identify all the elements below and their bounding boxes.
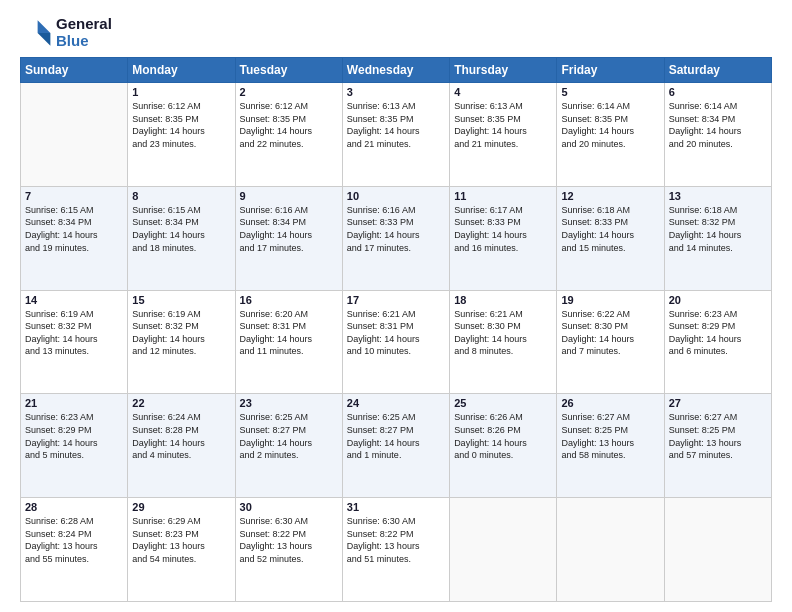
cell-info: Sunrise: 6:13 AM Sunset: 8:35 PM Dayligh… [454,100,552,150]
cell-info: Sunrise: 6:17 AM Sunset: 8:33 PM Dayligh… [454,204,552,254]
calendar-cell: 8Sunrise: 6:15 AM Sunset: 8:34 PM Daylig… [128,186,235,290]
cell-info: Sunrise: 6:14 AM Sunset: 8:34 PM Dayligh… [669,100,767,150]
calendar-cell: 18Sunrise: 6:21 AM Sunset: 8:30 PM Dayli… [450,290,557,394]
day-number: 10 [347,190,445,202]
day-number: 4 [454,86,552,98]
day-number: 29 [132,501,230,513]
calendar-cell [557,498,664,602]
cell-info: Sunrise: 6:15 AM Sunset: 8:34 PM Dayligh… [132,204,230,254]
day-header-tuesday: Tuesday [235,58,342,83]
calendar-row-2: 7Sunrise: 6:15 AM Sunset: 8:34 PM Daylig… [21,186,772,290]
calendar-cell: 6Sunrise: 6:14 AM Sunset: 8:34 PM Daylig… [664,83,771,187]
calendar-cell: 3Sunrise: 6:13 AM Sunset: 8:35 PM Daylig… [342,83,449,187]
day-number: 7 [25,190,123,202]
cell-info: Sunrise: 6:30 AM Sunset: 8:22 PM Dayligh… [240,515,338,565]
cell-info: Sunrise: 6:27 AM Sunset: 8:25 PM Dayligh… [561,411,659,461]
calendar-cell: 20Sunrise: 6:23 AM Sunset: 8:29 PM Dayli… [664,290,771,394]
calendar-cell [664,498,771,602]
calendar-cell [21,83,128,187]
day-number: 23 [240,397,338,409]
cell-info: Sunrise: 6:30 AM Sunset: 8:22 PM Dayligh… [347,515,445,565]
day-number: 31 [347,501,445,513]
calendar-cell: 4Sunrise: 6:13 AM Sunset: 8:35 PM Daylig… [450,83,557,187]
page: General Blue SundayMondayTuesdayWednesda… [0,0,792,612]
day-number: 22 [132,397,230,409]
cell-info: Sunrise: 6:16 AM Sunset: 8:34 PM Dayligh… [240,204,338,254]
calendar-row-3: 14Sunrise: 6:19 AM Sunset: 8:32 PM Dayli… [21,290,772,394]
calendar-cell: 17Sunrise: 6:21 AM Sunset: 8:31 PM Dayli… [342,290,449,394]
cell-info: Sunrise: 6:21 AM Sunset: 8:30 PM Dayligh… [454,308,552,358]
cell-info: Sunrise: 6:14 AM Sunset: 8:35 PM Dayligh… [561,100,659,150]
day-header-sunday: Sunday [21,58,128,83]
calendar-cell: 12Sunrise: 6:18 AM Sunset: 8:33 PM Dayli… [557,186,664,290]
calendar-cell: 14Sunrise: 6:19 AM Sunset: 8:32 PM Dayli… [21,290,128,394]
day-header-saturday: Saturday [664,58,771,83]
cell-info: Sunrise: 6:23 AM Sunset: 8:29 PM Dayligh… [669,308,767,358]
cell-info: Sunrise: 6:15 AM Sunset: 8:34 PM Dayligh… [25,204,123,254]
day-number: 11 [454,190,552,202]
calendar-cell: 21Sunrise: 6:23 AM Sunset: 8:29 PM Dayli… [21,394,128,498]
calendar-cell: 9Sunrise: 6:16 AM Sunset: 8:34 PM Daylig… [235,186,342,290]
cell-info: Sunrise: 6:27 AM Sunset: 8:25 PM Dayligh… [669,411,767,461]
calendar-cell: 10Sunrise: 6:16 AM Sunset: 8:33 PM Dayli… [342,186,449,290]
calendar-cell: 22Sunrise: 6:24 AM Sunset: 8:28 PM Dayli… [128,394,235,498]
cell-info: Sunrise: 6:22 AM Sunset: 8:30 PM Dayligh… [561,308,659,358]
logo: General Blue [20,16,112,49]
cell-info: Sunrise: 6:25 AM Sunset: 8:27 PM Dayligh… [240,411,338,461]
day-number: 30 [240,501,338,513]
day-number: 18 [454,294,552,306]
calendar-cell: 19Sunrise: 6:22 AM Sunset: 8:30 PM Dayli… [557,290,664,394]
calendar-cell: 15Sunrise: 6:19 AM Sunset: 8:32 PM Dayli… [128,290,235,394]
day-number: 28 [25,501,123,513]
day-number: 24 [347,397,445,409]
calendar-cell: 2Sunrise: 6:12 AM Sunset: 8:35 PM Daylig… [235,83,342,187]
cell-info: Sunrise: 6:28 AM Sunset: 8:24 PM Dayligh… [25,515,123,565]
calendar-cell: 28Sunrise: 6:28 AM Sunset: 8:24 PM Dayli… [21,498,128,602]
day-number: 13 [669,190,767,202]
cell-info: Sunrise: 6:18 AM Sunset: 8:32 PM Dayligh… [669,204,767,254]
day-number: 26 [561,397,659,409]
calendar-cell: 24Sunrise: 6:25 AM Sunset: 8:27 PM Dayli… [342,394,449,498]
calendar-row-4: 21Sunrise: 6:23 AM Sunset: 8:29 PM Dayli… [21,394,772,498]
calendar-row-5: 28Sunrise: 6:28 AM Sunset: 8:24 PM Dayli… [21,498,772,602]
cell-info: Sunrise: 6:19 AM Sunset: 8:32 PM Dayligh… [25,308,123,358]
logo-line1: General [56,16,112,33]
day-number: 5 [561,86,659,98]
calendar-cell: 11Sunrise: 6:17 AM Sunset: 8:33 PM Dayli… [450,186,557,290]
cell-info: Sunrise: 6:20 AM Sunset: 8:31 PM Dayligh… [240,308,338,358]
calendar-cell [450,498,557,602]
calendar-cell: 7Sunrise: 6:15 AM Sunset: 8:34 PM Daylig… [21,186,128,290]
calendar-cell: 31Sunrise: 6:30 AM Sunset: 8:22 PM Dayli… [342,498,449,602]
day-header-thursday: Thursday [450,58,557,83]
calendar-cell: 23Sunrise: 6:25 AM Sunset: 8:27 PM Dayli… [235,394,342,498]
logo-line2: Blue [56,33,112,50]
cell-info: Sunrise: 6:13 AM Sunset: 8:35 PM Dayligh… [347,100,445,150]
calendar-table: SundayMondayTuesdayWednesdayThursdayFrid… [20,57,772,602]
cell-info: Sunrise: 6:26 AM Sunset: 8:26 PM Dayligh… [454,411,552,461]
calendar-cell: 13Sunrise: 6:18 AM Sunset: 8:32 PM Dayli… [664,186,771,290]
cell-info: Sunrise: 6:29 AM Sunset: 8:23 PM Dayligh… [132,515,230,565]
calendar-cell: 30Sunrise: 6:30 AM Sunset: 8:22 PM Dayli… [235,498,342,602]
day-number: 9 [240,190,338,202]
cell-info: Sunrise: 6:23 AM Sunset: 8:29 PM Dayligh… [25,411,123,461]
calendar-header-row: SundayMondayTuesdayWednesdayThursdayFrid… [21,58,772,83]
cell-info: Sunrise: 6:25 AM Sunset: 8:27 PM Dayligh… [347,411,445,461]
cell-info: Sunrise: 6:18 AM Sunset: 8:33 PM Dayligh… [561,204,659,254]
calendar-cell: 26Sunrise: 6:27 AM Sunset: 8:25 PM Dayli… [557,394,664,498]
day-header-friday: Friday [557,58,664,83]
calendar-row-1: 1Sunrise: 6:12 AM Sunset: 8:35 PM Daylig… [21,83,772,187]
cell-info: Sunrise: 6:12 AM Sunset: 8:35 PM Dayligh… [132,100,230,150]
day-number: 6 [669,86,767,98]
day-number: 21 [25,397,123,409]
day-number: 19 [561,294,659,306]
svg-marker-1 [38,33,51,46]
cell-info: Sunrise: 6:21 AM Sunset: 8:31 PM Dayligh… [347,308,445,358]
cell-info: Sunrise: 6:12 AM Sunset: 8:35 PM Dayligh… [240,100,338,150]
cell-info: Sunrise: 6:16 AM Sunset: 8:33 PM Dayligh… [347,204,445,254]
calendar-cell: 25Sunrise: 6:26 AM Sunset: 8:26 PM Dayli… [450,394,557,498]
day-header-monday: Monday [128,58,235,83]
cell-info: Sunrise: 6:24 AM Sunset: 8:28 PM Dayligh… [132,411,230,461]
day-number: 25 [454,397,552,409]
svg-marker-0 [38,20,51,33]
calendar-cell: 1Sunrise: 6:12 AM Sunset: 8:35 PM Daylig… [128,83,235,187]
